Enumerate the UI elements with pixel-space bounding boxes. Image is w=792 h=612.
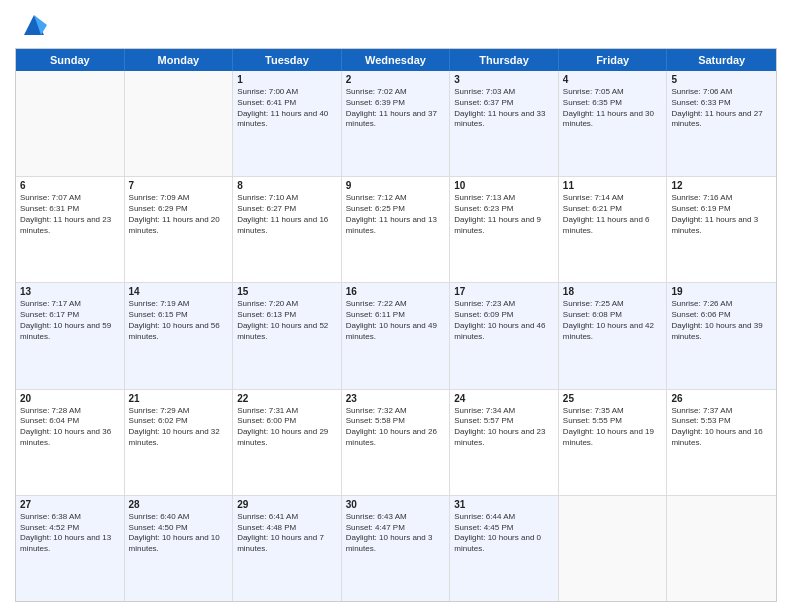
day-number: 2 (346, 74, 446, 85)
cal-cell-r4-c6 (667, 496, 776, 601)
cal-cell-r3-c0: 20Sunrise: 7:28 AMSunset: 6:04 PMDayligh… (16, 390, 125, 495)
day-number: 29 (237, 499, 337, 510)
page: SundayMondayTuesdayWednesdayThursdayFrid… (0, 0, 792, 612)
header-cell-monday: Monday (125, 49, 234, 71)
day-number: 26 (671, 393, 772, 404)
cal-cell-r0-c6: 5Sunrise: 7:06 AMSunset: 6:33 PMDaylight… (667, 71, 776, 176)
cell-info: Sunrise: 7:35 AMSunset: 5:55 PMDaylight:… (563, 406, 663, 449)
cell-info: Sunrise: 7:26 AMSunset: 6:06 PMDaylight:… (671, 299, 772, 342)
cell-info: Sunrise: 7:14 AMSunset: 6:21 PMDaylight:… (563, 193, 663, 236)
day-number: 1 (237, 74, 337, 85)
day-number: 6 (20, 180, 120, 191)
cell-info: Sunrise: 7:17 AMSunset: 6:17 PMDaylight:… (20, 299, 120, 342)
header (15, 10, 777, 40)
header-cell-friday: Friday (559, 49, 668, 71)
cal-cell-r2-c0: 13Sunrise: 7:17 AMSunset: 6:17 PMDayligh… (16, 283, 125, 388)
cell-info: Sunrise: 7:07 AMSunset: 6:31 PMDaylight:… (20, 193, 120, 236)
cal-cell-r2-c2: 15Sunrise: 7:20 AMSunset: 6:13 PMDayligh… (233, 283, 342, 388)
cell-info: Sunrise: 6:38 AMSunset: 4:52 PMDaylight:… (20, 512, 120, 555)
header-cell-sunday: Sunday (16, 49, 125, 71)
day-number: 30 (346, 499, 446, 510)
cell-info: Sunrise: 7:37 AMSunset: 5:53 PMDaylight:… (671, 406, 772, 449)
cal-cell-r3-c3: 23Sunrise: 7:32 AMSunset: 5:58 PMDayligh… (342, 390, 451, 495)
header-cell-tuesday: Tuesday (233, 49, 342, 71)
day-number: 20 (20, 393, 120, 404)
cell-info: Sunrise: 7:00 AMSunset: 6:41 PMDaylight:… (237, 87, 337, 130)
cal-cell-r0-c2: 1Sunrise: 7:00 AMSunset: 6:41 PMDaylight… (233, 71, 342, 176)
cell-info: Sunrise: 7:12 AMSunset: 6:25 PMDaylight:… (346, 193, 446, 236)
cal-cell-r3-c6: 26Sunrise: 7:37 AMSunset: 5:53 PMDayligh… (667, 390, 776, 495)
day-number: 21 (129, 393, 229, 404)
cell-info: Sunrise: 7:13 AMSunset: 6:23 PMDaylight:… (454, 193, 554, 236)
day-number: 4 (563, 74, 663, 85)
cal-cell-r2-c3: 16Sunrise: 7:22 AMSunset: 6:11 PMDayligh… (342, 283, 451, 388)
header-cell-thursday: Thursday (450, 49, 559, 71)
cell-info: Sunrise: 7:32 AMSunset: 5:58 PMDaylight:… (346, 406, 446, 449)
cell-info: Sunrise: 7:20 AMSunset: 6:13 PMDaylight:… (237, 299, 337, 342)
cell-info: Sunrise: 7:28 AMSunset: 6:04 PMDaylight:… (20, 406, 120, 449)
cal-cell-r4-c4: 31Sunrise: 6:44 AMSunset: 4:45 PMDayligh… (450, 496, 559, 601)
cal-cell-r4-c5 (559, 496, 668, 601)
day-number: 23 (346, 393, 446, 404)
day-number: 3 (454, 74, 554, 85)
header-cell-wednesday: Wednesday (342, 49, 451, 71)
calendar-body: 1Sunrise: 7:00 AMSunset: 6:41 PMDaylight… (16, 71, 776, 601)
cell-info: Sunrise: 7:05 AMSunset: 6:35 PMDaylight:… (563, 87, 663, 130)
day-number: 22 (237, 393, 337, 404)
day-number: 16 (346, 286, 446, 297)
cal-cell-r4-c2: 29Sunrise: 6:41 AMSunset: 4:48 PMDayligh… (233, 496, 342, 601)
cal-cell-r3-c2: 22Sunrise: 7:31 AMSunset: 6:00 PMDayligh… (233, 390, 342, 495)
day-number: 17 (454, 286, 554, 297)
day-number: 13 (20, 286, 120, 297)
cal-cell-r4-c0: 27Sunrise: 6:38 AMSunset: 4:52 PMDayligh… (16, 496, 125, 601)
day-number: 28 (129, 499, 229, 510)
cal-cell-r3-c1: 21Sunrise: 7:29 AMSunset: 6:02 PMDayligh… (125, 390, 234, 495)
header-cell-saturday: Saturday (667, 49, 776, 71)
cal-cell-r1-c5: 11Sunrise: 7:14 AMSunset: 6:21 PMDayligh… (559, 177, 668, 282)
day-number: 7 (129, 180, 229, 191)
cal-cell-r1-c0: 6Sunrise: 7:07 AMSunset: 6:31 PMDaylight… (16, 177, 125, 282)
day-number: 12 (671, 180, 772, 191)
day-number: 14 (129, 286, 229, 297)
cell-info: Sunrise: 7:10 AMSunset: 6:27 PMDaylight:… (237, 193, 337, 236)
cal-cell-r0-c1 (125, 71, 234, 176)
cal-cell-r2-c5: 18Sunrise: 7:25 AMSunset: 6:08 PMDayligh… (559, 283, 668, 388)
cal-cell-r1-c6: 12Sunrise: 7:16 AMSunset: 6:19 PMDayligh… (667, 177, 776, 282)
cal-cell-r0-c4: 3Sunrise: 7:03 AMSunset: 6:37 PMDaylight… (450, 71, 559, 176)
day-number: 5 (671, 74, 772, 85)
cal-cell-r1-c3: 9Sunrise: 7:12 AMSunset: 6:25 PMDaylight… (342, 177, 451, 282)
cal-cell-r2-c1: 14Sunrise: 7:19 AMSunset: 6:15 PMDayligh… (125, 283, 234, 388)
calendar-row-3: 20Sunrise: 7:28 AMSunset: 6:04 PMDayligh… (16, 390, 776, 496)
day-number: 9 (346, 180, 446, 191)
cal-cell-r2-c4: 17Sunrise: 7:23 AMSunset: 6:09 PMDayligh… (450, 283, 559, 388)
cell-info: Sunrise: 6:40 AMSunset: 4:50 PMDaylight:… (129, 512, 229, 555)
cal-cell-r2-c6: 19Sunrise: 7:26 AMSunset: 6:06 PMDayligh… (667, 283, 776, 388)
cell-info: Sunrise: 6:44 AMSunset: 4:45 PMDaylight:… (454, 512, 554, 555)
cal-cell-r4-c3: 30Sunrise: 6:43 AMSunset: 4:47 PMDayligh… (342, 496, 451, 601)
calendar-row-0: 1Sunrise: 7:00 AMSunset: 6:41 PMDaylight… (16, 71, 776, 177)
cell-info: Sunrise: 7:06 AMSunset: 6:33 PMDaylight:… (671, 87, 772, 130)
cell-info: Sunrise: 7:31 AMSunset: 6:00 PMDaylight:… (237, 406, 337, 449)
cal-cell-r1-c4: 10Sunrise: 7:13 AMSunset: 6:23 PMDayligh… (450, 177, 559, 282)
cell-info: Sunrise: 7:23 AMSunset: 6:09 PMDaylight:… (454, 299, 554, 342)
cal-cell-r4-c1: 28Sunrise: 6:40 AMSunset: 4:50 PMDayligh… (125, 496, 234, 601)
cell-info: Sunrise: 7:34 AMSunset: 5:57 PMDaylight:… (454, 406, 554, 449)
logo (15, 10, 49, 40)
day-number: 10 (454, 180, 554, 191)
day-number: 25 (563, 393, 663, 404)
calendar-row-4: 27Sunrise: 6:38 AMSunset: 4:52 PMDayligh… (16, 496, 776, 601)
cell-info: Sunrise: 6:43 AMSunset: 4:47 PMDaylight:… (346, 512, 446, 555)
cal-cell-r1-c1: 7Sunrise: 7:09 AMSunset: 6:29 PMDaylight… (125, 177, 234, 282)
day-number: 8 (237, 180, 337, 191)
cell-info: Sunrise: 7:29 AMSunset: 6:02 PMDaylight:… (129, 406, 229, 449)
day-number: 24 (454, 393, 554, 404)
cell-info: Sunrise: 7:02 AMSunset: 6:39 PMDaylight:… (346, 87, 446, 130)
cal-cell-r0-c3: 2Sunrise: 7:02 AMSunset: 6:39 PMDaylight… (342, 71, 451, 176)
calendar-row-1: 6Sunrise: 7:07 AMSunset: 6:31 PMDaylight… (16, 177, 776, 283)
logo-icon (19, 10, 49, 40)
cal-cell-r3-c5: 25Sunrise: 7:35 AMSunset: 5:55 PMDayligh… (559, 390, 668, 495)
cell-info: Sunrise: 7:25 AMSunset: 6:08 PMDaylight:… (563, 299, 663, 342)
calendar-row-2: 13Sunrise: 7:17 AMSunset: 6:17 PMDayligh… (16, 283, 776, 389)
day-number: 18 (563, 286, 663, 297)
cell-info: Sunrise: 6:41 AMSunset: 4:48 PMDaylight:… (237, 512, 337, 555)
